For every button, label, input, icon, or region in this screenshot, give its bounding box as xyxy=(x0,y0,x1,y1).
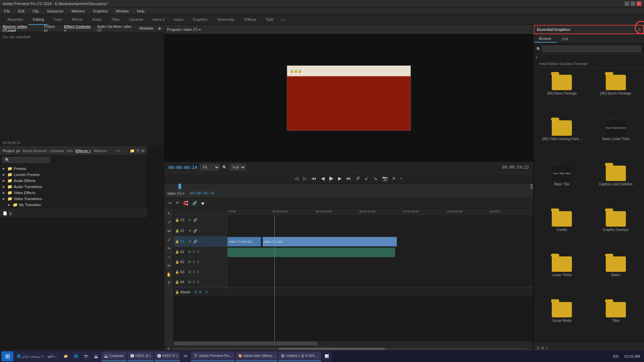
track-a2-lock[interactable]: 🔒 xyxy=(175,260,179,264)
taskbar-item-illustrator[interactable]: 🖼 Untitled-1 @ 8.33% ... xyxy=(278,351,321,361)
taskbar-item-extra[interactable]: 📊 xyxy=(322,351,331,361)
workspace-tab-effects2[interactable]: *Effects xyxy=(239,15,261,25)
eg-item-social-media[interactable]: Social Media xyxy=(536,298,588,341)
track-a1-clip[interactable] xyxy=(227,248,395,257)
track-v1-clip1[interactable]: video (7).mp4 [V] xyxy=(227,237,261,246)
eg-item-basic-title[interactable]: Your Title Here Basic Title xyxy=(536,162,588,204)
new-item-button[interactable]: 📄 xyxy=(3,211,7,216)
track-a3-s[interactable]: S xyxy=(192,270,195,274)
track-v3-link[interactable]: 🔗 xyxy=(193,218,198,222)
menu-help[interactable]: Help xyxy=(136,8,146,14)
taskbar-item-browser[interactable]: 🌐 دانلود ۱۰۰ پریست ترانز... xyxy=(14,351,60,361)
step-back-button[interactable]: ◀ xyxy=(320,175,326,182)
workspace-tab-color[interactable]: Color xyxy=(49,15,67,25)
workspace-tab-titles[interactable]: Titles xyxy=(106,15,124,25)
track-v2-mute[interactable]: ○ xyxy=(199,229,201,233)
menu-clip[interactable]: Clip xyxy=(31,8,40,14)
track-master-end[interactable]: ⊳ xyxy=(205,290,208,294)
track-a1-lock[interactable]: 🔒 xyxy=(175,250,179,254)
tree-audio-transitions[interactable]: ▶ 📁 Audio Transitions xyxy=(0,184,147,190)
icon-list-button[interactable]: ☰ xyxy=(136,148,140,153)
taskbar-item-hdd1[interactable]: 💽 HDD1 (E:) xyxy=(127,351,154,361)
zoom-select[interactable]: Full 1/2 1/4 xyxy=(230,164,246,171)
tab-project[interactable]: Project: joi xyxy=(44,25,59,32)
link-tool[interactable]: 🔗 xyxy=(191,200,199,206)
window-controls[interactable]: ─ □ ✕ xyxy=(625,1,641,6)
menu-markers[interactable]: Markers xyxy=(70,8,86,14)
track-a1-mic[interactable]: 🎙 xyxy=(196,250,200,254)
maximize-button[interactable]: □ xyxy=(631,1,635,6)
track-master-lock[interactable]: 🔒 xyxy=(175,290,179,294)
eg-tab-edit[interactable]: Edit xyxy=(557,36,574,42)
workspace-tab-kasra[interactable]: kasra xyxy=(169,15,188,25)
eg-tab-browse[interactable]: Browse xyxy=(534,35,557,43)
workspace-tab-assembly2[interactable]: *Assembly xyxy=(212,15,239,25)
info-tab[interactable]: Info xyxy=(67,149,73,153)
scrubber-handle[interactable] xyxy=(178,184,181,189)
tool-slip[interactable]: ↔ xyxy=(165,253,173,261)
tool-text[interactable]: T xyxy=(165,279,173,287)
project-tab[interactable]: Project: joi xyxy=(3,149,20,153)
tab-source-video[interactable]: Source: video (7).mp4 xyxy=(3,24,39,33)
workspace-tab-editing[interactable]: Editing xyxy=(28,15,49,25)
tool-select[interactable]: ↖ xyxy=(165,209,173,218)
workspace-tab-libraries[interactable]: Libraries xyxy=(124,15,148,25)
delete-item-button[interactable]: 🗑 xyxy=(9,212,12,216)
close-button[interactable]: ✕ xyxy=(637,1,641,6)
tool-hand[interactable]: ✋ xyxy=(165,270,173,279)
start-button[interactable]: ⊞ xyxy=(1,351,13,361)
workspace-tab-effects[interactable]: Effects xyxy=(67,15,88,25)
play-button[interactable]: ▶ xyxy=(328,174,335,182)
eg-item-slates[interactable]: Slates xyxy=(590,252,642,295)
tree-my-transition[interactable]: ▶ 📁 My Transition xyxy=(0,202,147,208)
loop-button[interactable]: ↺ xyxy=(355,175,361,182)
workspace-tab-assembly[interactable]: Assembly xyxy=(3,15,28,25)
track-v1-eye[interactable]: 👁 xyxy=(188,239,192,244)
settings-button[interactable]: ≡ xyxy=(391,175,396,182)
track-a4-mic[interactable]: 🎙 xyxy=(196,280,200,284)
export-frame-button[interactable]: 📷 xyxy=(381,175,389,182)
menu-file[interactable]: File xyxy=(3,8,11,14)
track-a2-mic[interactable]: 🎙 xyxy=(196,260,200,264)
go-prev-edit-button[interactable]: ⏮ xyxy=(310,175,318,182)
track-v1-link[interactable]: 🔗 xyxy=(193,239,198,244)
minimize-button[interactable]: ─ xyxy=(625,1,629,6)
media-browser-tab[interactable]: Media Browser xyxy=(22,149,47,153)
track-a1-m[interactable]: M xyxy=(188,250,191,254)
tool-ripple[interactable]: ⇔ xyxy=(165,227,173,235)
workspace-tab-kasra2[interactable]: kasra 2 xyxy=(148,15,169,25)
track-a4-m[interactable]: M xyxy=(188,280,191,284)
add-button[interactable]: + xyxy=(398,175,404,182)
taskbar-item-game[interactable]: 🎮 xyxy=(181,351,190,361)
tree-video-effects[interactable]: ▶ 📁 Video Effects xyxy=(0,190,147,196)
workspace-more[interactable]: >> xyxy=(278,16,288,23)
track-a2-m[interactable]: M xyxy=(188,260,191,264)
eg-item-titles[interactable]: Titles xyxy=(590,298,642,341)
eg-install-button[interactable]: Install Motion Graphics Template xyxy=(539,62,588,66)
mark-in-button[interactable]: ◁ xyxy=(293,175,300,182)
workspace-tab-edit[interactable]: *Edit xyxy=(261,15,278,25)
tab-audio-clip-mixer[interactable]: Audio Clip Mixer: video (7) xyxy=(97,25,134,32)
monitor-scrubber[interactable] xyxy=(164,183,533,189)
taskbar-item-pc[interactable]: 💻 xyxy=(91,351,101,361)
markers-tab[interactable]: Markers xyxy=(94,149,107,153)
step-forward-button[interactable]: ▶ xyxy=(337,175,343,182)
eg-item-ae-sports[interactable]: [AE] Sports Package xyxy=(590,71,642,114)
track-a4-s[interactable]: S xyxy=(192,280,195,284)
tool-razor[interactable]: ✂ xyxy=(165,244,173,252)
taskbar-item-folder[interactable]: 📁 xyxy=(61,351,70,361)
menu-edit[interactable]: Edit xyxy=(17,8,26,14)
track-a3-mic[interactable]: 🎙 xyxy=(196,270,200,274)
icon-grid-button[interactable]: ⊞ xyxy=(141,148,145,153)
eg-item-ae-gaming[interactable]: [AE] Video Gaming Pack... xyxy=(536,116,588,159)
insert-button[interactable]: ↙ xyxy=(363,175,370,182)
taskbar-item-aftereffects[interactable]: 🎨 Adobe After Effects... xyxy=(235,351,278,361)
track-v1-lock[interactable]: 🔒 xyxy=(175,240,179,243)
tree-presets[interactable]: ▶ 📁 Presets xyxy=(0,166,147,172)
tool-pen[interactable]: ✏ xyxy=(165,262,173,270)
tab-metadata[interactable]: Metadata xyxy=(139,26,153,30)
effects-search-input[interactable] xyxy=(3,157,50,163)
track-a3-lock[interactable]: 🔒 xyxy=(175,270,179,274)
timeline-scrollbar[interactable] xyxy=(174,341,533,345)
tool-rate-stretch[interactable]: ⤢ xyxy=(165,236,173,244)
